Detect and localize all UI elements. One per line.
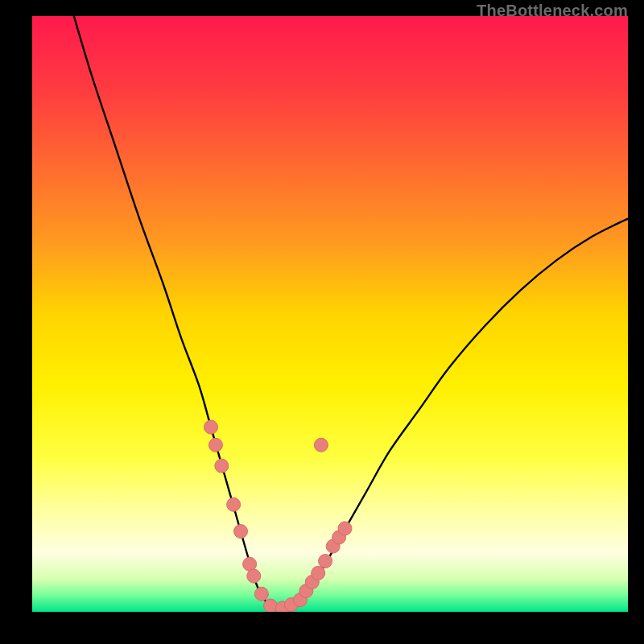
marker-point [254, 587, 268, 601]
marker-point [227, 497, 241, 511]
marker-point [319, 555, 332, 568]
marker-point [234, 525, 248, 539]
marker-point [338, 522, 352, 535]
marker-point [247, 569, 261, 583]
bottleneck-chart [32, 16, 628, 612]
marker-point [264, 599, 278, 612]
marker-point [312, 566, 325, 580]
plot-area [32, 16, 628, 612]
marker-point [204, 420, 218, 434]
marker-point [314, 438, 328, 452]
gradient-background [32, 16, 628, 612]
marker-point [208, 438, 222, 452]
marker-point [215, 459, 229, 473]
chart-frame: TheBottleneck.com [0, 0, 644, 644]
